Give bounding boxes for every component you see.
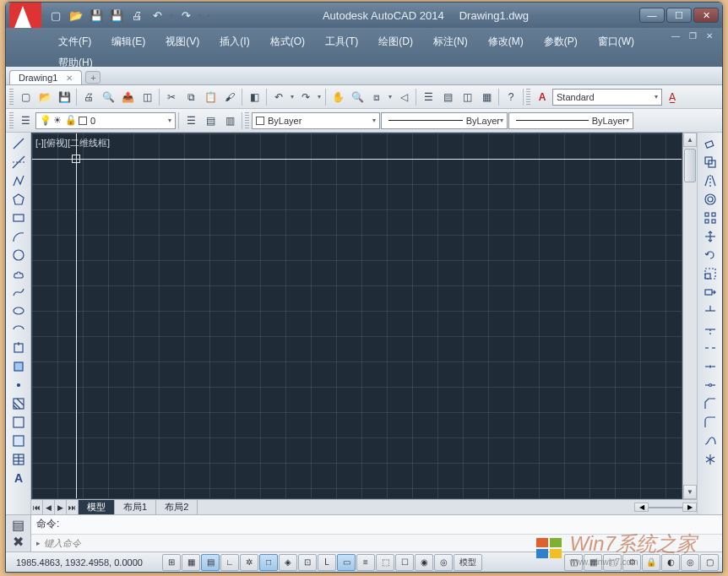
undo-dropdown[interactable]: ▾ <box>289 88 296 106</box>
menu-item[interactable]: 工具(T) <box>315 31 368 52</box>
pline-tool-icon[interactable] <box>8 171 29 190</box>
layout-tab[interactable]: 布局1 <box>115 500 156 514</box>
move-tool-icon[interactable] <box>700 227 720 246</box>
menu-item[interactable]: 插入(I) <box>209 31 259 52</box>
text-style-dialog-icon[interactable]: A̲ <box>663 88 682 106</box>
toolbar-grip-3[interactable] <box>9 112 14 129</box>
undo-icon[interactable]: ↶ <box>269 88 288 106</box>
3ddwf-icon[interactable]: ◫ <box>138 88 156 106</box>
stretch-tool-icon[interactable] <box>700 283 720 302</box>
scroll-down-icon[interactable]: ▼ <box>683 485 697 499</box>
text-style-icon[interactable]: A <box>533 88 551 106</box>
clean-screen-icon[interactable]: ▢ <box>700 554 719 571</box>
menu-item[interactable]: 格式(O) <box>260 31 315 52</box>
layer-previous-icon[interactable]: ☰ <box>182 111 200 130</box>
layout-nav-last[interactable]: ⏭ <box>67 500 79 514</box>
menu-item[interactable]: 标注(N) <box>423 31 478 52</box>
quickview-layouts-icon[interactable]: ◫ <box>564 554 583 571</box>
zoom-realtime-icon[interactable]: 🔍 <box>348 88 367 106</box>
spline-tool-icon[interactable] <box>8 283 29 302</box>
arc-tool-icon[interactable] <box>8 227 29 246</box>
scroll-up-icon[interactable]: ▲ <box>683 133 697 147</box>
menu-item[interactable]: 修改(M) <box>478 31 534 52</box>
xline-tool-icon[interactable] <box>8 153 29 171</box>
blend-tool-icon[interactable] <box>700 432 720 450</box>
circle-tool-icon[interactable] <box>8 246 29 264</box>
linetype-combo[interactable]: ByLayer ▾ <box>381 112 508 129</box>
pan-icon[interactable]: ✋ <box>329 88 347 106</box>
maximize-button[interactable]: ☐ <box>666 8 692 23</box>
breaksel-tool-icon[interactable] <box>700 357 720 376</box>
close-button[interactable]: ✕ <box>693 8 719 23</box>
workspace-switch-icon[interactable]: ⚙ <box>622 554 641 571</box>
sheetset-icon[interactable]: ▤ <box>438 88 457 106</box>
break-tool-icon[interactable] <box>700 339 720 357</box>
cut-icon[interactable]: ✂ <box>162 88 181 106</box>
rect-tool-icon[interactable] <box>8 209 29 227</box>
menu-item[interactable]: 参数(P) <box>534 31 588 52</box>
qat-new-icon[interactable]: ▢ <box>46 6 65 24</box>
menu-item[interactable]: 绘图(D) <box>368 31 423 52</box>
layer-manager-icon[interactable]: ☰ <box>16 111 35 130</box>
status-tpy-toggle[interactable]: ⬚ <box>376 554 394 571</box>
horizontal-scrollbar[interactable]: ◀ ▶ <box>198 503 697 512</box>
text-tool-icon[interactable]: A <box>8 469 29 487</box>
paste-icon[interactable]: 📋 <box>201 88 220 106</box>
scroll-left-icon[interactable]: ◀ <box>634 503 649 512</box>
matchprop-icon[interactable]: 🖌 <box>220 88 239 106</box>
vertical-scrollbar[interactable]: ▲ ▼ <box>682 133 697 499</box>
qat-customize-dropdown[interactable]: ▾ <box>205 6 212 24</box>
model-space-button[interactable]: 模型 <box>454 554 482 571</box>
status-am-toggle[interactable]: ◎ <box>434 554 453 571</box>
qat-open-icon[interactable]: 📂 <box>67 6 85 24</box>
hatch-tool-icon[interactable] <box>8 394 29 413</box>
status-lwt-toggle[interactable]: ≡ <box>356 554 375 571</box>
zoom-dropdown[interactable]: ▾ <box>387 88 394 106</box>
ellipsearc-tool-icon[interactable] <box>8 320 29 339</box>
isolate-objects-icon[interactable]: ◎ <box>681 554 699 571</box>
publish-icon[interactable]: 📤 <box>118 88 137 106</box>
qat-saveas-icon[interactable]: 💾 <box>107 6 126 24</box>
view-control-label[interactable]: [-][俯视] <box>35 137 68 149</box>
trim-tool-icon[interactable] <box>700 302 720 320</box>
mdi-minimize-button[interactable]: — <box>668 31 683 43</box>
status-dyn-toggle[interactable]: ▭ <box>337 554 356 571</box>
copy-tool-icon[interactable] <box>700 153 720 171</box>
layout-nav-prev[interactable]: ◀ <box>43 500 55 514</box>
status-otrack-toggle[interactable]: ⊡ <box>298 554 317 571</box>
properties-icon[interactable]: ☰ <box>419 88 437 106</box>
qat-undo-icon[interactable]: ↶ <box>148 6 166 24</box>
toolbar-grip-4[interactable] <box>245 112 249 129</box>
hardware-accel-icon[interactable]: ◐ <box>661 554 680 571</box>
quickview-drawings-icon[interactable]: ▦ <box>584 554 602 571</box>
menu-item[interactable]: 窗口(W) <box>588 31 644 52</box>
revcloud-tool-icon[interactable] <box>8 264 29 283</box>
table-tool-icon[interactable] <box>8 450 29 469</box>
qat-print-icon[interactable]: 🖨 <box>128 6 146 24</box>
preview-icon[interactable]: 🔍 <box>99 88 117 106</box>
status-grid-toggle[interactable]: ▤ <box>201 554 220 571</box>
mdi-close-button[interactable]: ✕ <box>702 31 717 43</box>
chamfer-tool-icon[interactable] <box>700 394 720 413</box>
fillet-tool-icon[interactable] <box>700 413 720 432</box>
hscroll-thumb[interactable] <box>649 507 682 508</box>
layout-tab[interactable]: 模型 <box>79 500 115 514</box>
new-icon[interactable]: ▢ <box>16 88 35 106</box>
point-tool-icon[interactable] <box>8 376 29 394</box>
qat-redo-dropdown[interactable]: ▾ <box>197 6 204 24</box>
visual-style-label[interactable]: [二维线框] <box>68 137 110 149</box>
mirror-tool-icon[interactable] <box>700 171 720 190</box>
color-combo[interactable]: ByLayer ▾ <box>252 112 380 129</box>
rotate-tool-icon[interactable] <box>700 246 720 264</box>
mdi-restore-button[interactable]: ❐ <box>685 31 700 43</box>
status-3dosnap-toggle[interactable]: ◈ <box>279 554 297 571</box>
join-tool-icon[interactable] <box>700 376 720 394</box>
polygon-tool-icon[interactable] <box>8 190 29 209</box>
minimize-button[interactable]: — <box>639 8 665 23</box>
gradient-tool-icon[interactable] <box>8 413 29 432</box>
status-snap-toggle[interactable]: ▦ <box>182 554 200 571</box>
line-tool-icon[interactable] <box>8 134 29 153</box>
region-tool-icon[interactable] <box>8 432 29 450</box>
scroll-thumb[interactable] <box>684 149 696 182</box>
block-tool-icon[interactable] <box>8 357 29 376</box>
